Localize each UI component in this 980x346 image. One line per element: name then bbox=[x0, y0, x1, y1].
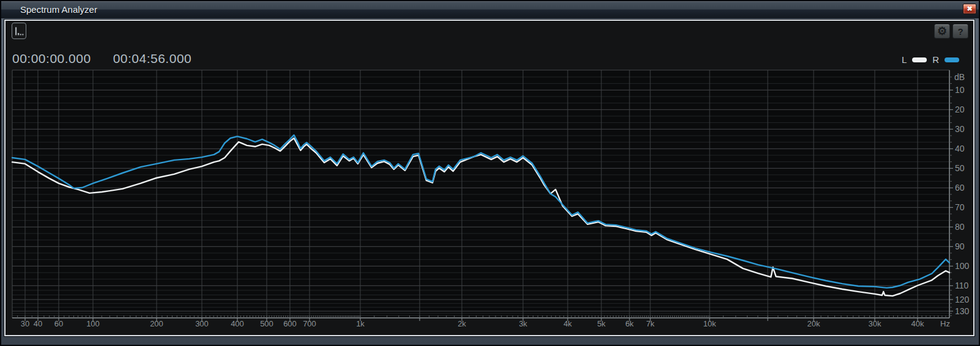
legend-right-label[interactable]: R bbox=[932, 54, 939, 65]
legend-left-label[interactable]: L bbox=[902, 54, 907, 65]
channel-legend: L R bbox=[902, 54, 959, 65]
close-button[interactable]: ✖ bbox=[963, 4, 976, 14]
window-title: Spectrum Analyzer bbox=[20, 1, 97, 18]
spectrum-display-button[interactable] bbox=[12, 23, 26, 39]
left-channel-swatch[interactable] bbox=[912, 57, 927, 62]
spectrum-analyzer-window: Spectrum Analyzer ✖ ⚙ ? 00:00:00.000 00:… bbox=[0, 0, 980, 346]
help-button[interactable]: ? bbox=[952, 24, 968, 39]
selection-start-time: 00:00:00.000 bbox=[12, 51, 91, 66]
time-readouts: 00:00:00.000 00:04:56.000 bbox=[12, 51, 191, 66]
question-mark-icon: ? bbox=[957, 26, 963, 37]
selection-end-time: 00:04:56.000 bbox=[113, 51, 192, 66]
plot-background[interactable] bbox=[12, 70, 949, 318]
gear-icon: ⚙ bbox=[937, 24, 947, 38]
right-channel-swatch[interactable] bbox=[945, 57, 959, 62]
histogram-icon bbox=[13, 26, 24, 37]
settings-button[interactable]: ⚙ bbox=[934, 24, 950, 39]
title-bar[interactable]: Spectrum Analyzer bbox=[1, 1, 979, 18]
